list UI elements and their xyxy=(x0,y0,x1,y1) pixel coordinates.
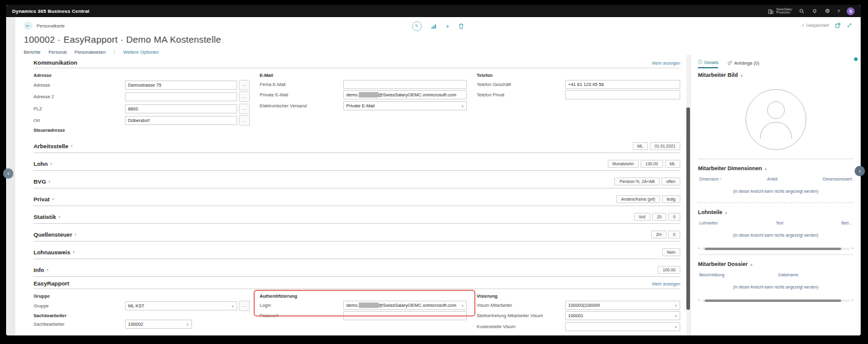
firma-email-input[interactable] xyxy=(343,80,467,89)
telefon-geschaeft-input[interactable]: +41 61 123 45 56 xyxy=(565,80,680,89)
kommunikation-mehr-anzeigen-link[interactable]: Mehr anzeigen xyxy=(652,61,680,65)
adresse-input[interactable]: Demostrasse 75 xyxy=(125,81,237,90)
column-header[interactable]: Betr... xyxy=(841,221,852,225)
scrollbar-thumb[interactable] xyxy=(705,299,841,302)
resize-icon[interactable] xyxy=(847,23,852,28)
lightbulb-icon[interactable] xyxy=(812,8,818,14)
section-privat[interactable]: Privat› Andere/Keine (prf)ledig xyxy=(34,193,680,206)
summary-badge[interactable]: 130.00 xyxy=(641,160,663,168)
help-icon[interactable]: ? xyxy=(838,9,840,14)
telefon-privat-input[interactable] xyxy=(565,90,680,99)
field-label: Adresse xyxy=(34,82,125,88)
tab-details[interactable]: ⓘDetails xyxy=(698,59,718,68)
breadcrumb[interactable]: Personalkarte xyxy=(37,23,65,29)
column-header[interactable]: Text xyxy=(776,221,783,225)
adresse-2-assist-button[interactable]: … xyxy=(239,91,250,102)
private-email-input[interactable]: demo.██████@SwissSalaryOEMC.onmicrosoft.… xyxy=(343,90,467,99)
summary-badge[interactable]: ML xyxy=(665,160,680,168)
user-avatar[interactable]: S xyxy=(847,7,855,15)
column-header[interactable]: Dateiname xyxy=(778,273,799,277)
factbox-section-dimensionen[interactable]: Mitarbeiter Dimensionen∨ xyxy=(698,165,853,171)
kommunikation-grid: Adresse Adresse Demostrasse 75 … Adresse… xyxy=(34,68,680,135)
section-quellensteuer[interactable]: Quellensteuer› ZH0 xyxy=(34,229,680,242)
factbox-section-dossier[interactable]: Mitarbeiter Dossier∨ xyxy=(698,261,853,267)
easyrapport-mehr-anzeigen-link[interactable]: Mehr anzeigen xyxy=(652,282,680,286)
saved-status: ✓ Gespeichert xyxy=(801,23,829,28)
redacted-text: ██████ xyxy=(359,303,379,308)
section-easyrapport-header[interactable]: EasyRapport Mehr anzeigen xyxy=(34,280,680,289)
summary-badge[interactable]: Voll xyxy=(634,213,650,221)
dossier-horizontal-scrollbar[interactable]: ‹ › xyxy=(698,298,853,303)
section-statistik[interactable]: Statistik› Voll200 xyxy=(34,211,680,224)
ort-input[interactable]: Dübendorf xyxy=(125,116,237,125)
factbox-tabs: ⓘDetails Anhänge (0) xyxy=(698,57,853,68)
popout-icon[interactable] xyxy=(835,23,841,28)
factbox-section-bild[interactable]: Mitarbeiter Bild∨ xyxy=(698,72,853,78)
edit-button[interactable]: ✎ xyxy=(412,21,422,31)
chevron-right-icon: › xyxy=(49,179,51,184)
login-input[interactable]: demo.██████@SwissSalaryOEMC.onmicrosoft.… xyxy=(343,301,467,310)
summary-badge[interactable]: 0 xyxy=(668,231,680,238)
plz-input[interactable]: 8600 xyxy=(125,104,237,113)
column-header[interactable]: Dimensionswert xyxy=(823,177,852,181)
summary-badge[interactable]: Nein xyxy=(662,248,680,256)
scroll-left-icon[interactable]: ‹ xyxy=(698,298,700,303)
delete-icon[interactable] xyxy=(458,23,464,29)
person-silhouette-icon xyxy=(745,89,806,150)
column-header[interactable]: Dimension ↑ xyxy=(699,177,722,181)
scroll-right-icon[interactable]: › xyxy=(852,298,853,303)
ort-assist-button[interactable]: … xyxy=(239,115,250,126)
summary-badge[interactable]: ZH xyxy=(651,231,666,238)
back-button[interactable]: ← xyxy=(24,21,32,30)
tab-anhaenge[interactable]: Anhänge (0) xyxy=(728,59,759,68)
gruppe-assist-button[interactable]: … xyxy=(239,301,250,311)
next-record-button[interactable]: › xyxy=(855,166,865,176)
summary-badge[interactable]: 20 xyxy=(652,213,667,221)
visum-mitarbeiter-select[interactable]: 100003|100009∨ xyxy=(565,301,680,310)
summary-badge[interactable]: ML xyxy=(633,142,648,150)
summary-badge[interactable]: 01.01.2021 xyxy=(650,142,680,150)
section-arbeitsstelle[interactable]: Arbeitsstelle› ML01.01.2021 xyxy=(34,140,680,153)
elektronischer-versand-select[interactable]: Private E-Mail∨ xyxy=(343,101,467,110)
stellvertretung-select[interactable]: 100001∨ xyxy=(565,311,680,320)
adresse-2-input[interactable] xyxy=(125,92,237,101)
summary-badge[interactable]: ledig xyxy=(662,195,680,203)
section-info[interactable]: Info› 100.00 xyxy=(34,264,680,277)
kostenstelle-visum-select[interactable]: ∨ xyxy=(565,322,680,331)
plz-assist-button[interactable]: … xyxy=(239,104,250,114)
factbox-section-lohnteile[interactable]: Lohnteile∨ xyxy=(698,209,853,215)
summary-badge[interactable]: Andere/Keine (prf) xyxy=(616,195,660,203)
menu-personalwesen[interactable]: Personalwesen xyxy=(74,49,105,55)
section-bvg[interactable]: BVG› Pension %, 2A+ABoffen xyxy=(34,176,680,188)
chevron-down-icon: ∨ xyxy=(460,303,464,307)
menu-weitere-optionen[interactable]: Weitere Optionen xyxy=(123,49,158,55)
summary-badge[interactable]: 0 xyxy=(668,213,680,221)
previous-record-button[interactable]: ‹ xyxy=(3,168,13,179)
summary-badge[interactable]: offen xyxy=(661,177,680,185)
adresse-assist-button[interactable]: … xyxy=(239,80,250,90)
search-icon[interactable] xyxy=(799,8,805,14)
lohnteile-horizontal-scrollbar[interactable]: ‹ › xyxy=(698,246,853,251)
column-header[interactable]: Anteil xyxy=(767,177,778,181)
section-lohnausweis[interactable]: Lohnausweis› Nein xyxy=(34,246,680,259)
scroll-left-icon[interactable]: ‹ xyxy=(698,246,700,251)
section-kommunikation-header[interactable]: Kommunikation Mehr anzeigen xyxy=(34,59,680,68)
passwort-input[interactable] xyxy=(343,311,467,320)
sachbearbeiter-select[interactable]: 100002∨ xyxy=(125,320,192,329)
section-lohn[interactable]: Lohn› Monatslohn130.00ML xyxy=(34,158,680,171)
scroll-right-icon[interactable]: › xyxy=(852,246,853,251)
analyze-icon[interactable] xyxy=(431,24,436,29)
scrollbar-thumb[interactable] xyxy=(705,248,841,250)
section-label: Quellensteuer xyxy=(34,231,72,238)
environment-switcher[interactable]: SwissSalary Production xyxy=(767,8,792,15)
gear-icon[interactable]: ⚙ xyxy=(825,8,831,14)
gruppe-select[interactable]: ML KST∨ xyxy=(125,301,237,310)
summary-badge[interactable]: 100.00 xyxy=(658,266,680,274)
column-header[interactable]: Beschreibung xyxy=(699,273,725,277)
new-record-button[interactable]: + xyxy=(446,24,450,29)
menu-personal[interactable]: Personal xyxy=(49,49,67,55)
menu-berichte[interactable]: Berichte xyxy=(24,49,41,55)
summary-badge[interactable]: Pension %, 2A+AB xyxy=(614,177,660,185)
column-header[interactable]: Lohnarten xyxy=(699,221,718,225)
summary-badge[interactable]: Monatslohn xyxy=(608,160,639,168)
